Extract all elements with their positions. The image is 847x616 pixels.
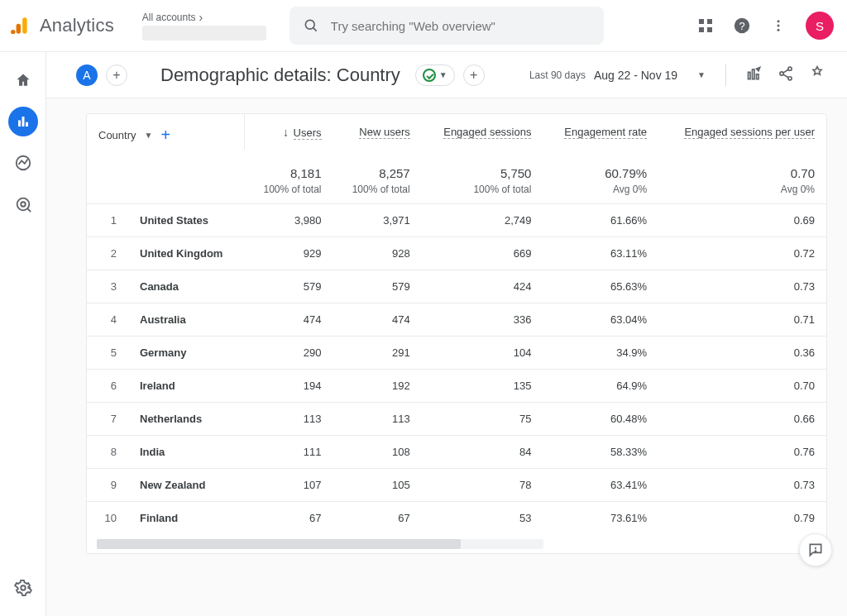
table-row[interactable]: 5Germany29029110434.9%0.36	[87, 337, 826, 370]
dimension-label: Country	[98, 129, 136, 141]
product-name: Analytics	[40, 15, 114, 36]
add-dimension-button[interactable]: +	[160, 126, 170, 145]
app-header: Analytics All accounts › ?	[0, 0, 847, 51]
account-picker-property	[142, 26, 266, 41]
table-row[interactable]: 9New Zealand1071057863.41%0.73	[87, 469, 826, 502]
account-picker-label: All accounts	[142, 12, 196, 23]
column-header-new-users[interactable]: New users	[333, 114, 422, 150]
column-header-engaged-sessions[interactable]: Engaged sessions	[422, 114, 543, 150]
row-metric: 73.61%	[543, 502, 658, 535]
row-index: 5	[87, 337, 128, 370]
segment-chip[interactable]: A	[76, 64, 98, 86]
search-input[interactable]	[329, 18, 591, 34]
chevron-down-icon: ▼	[145, 131, 153, 140]
table-row[interactable]: 2United Kingdom92992866963.11%0.72	[87, 237, 826, 270]
svg-rect-23	[753, 69, 755, 79]
row-index: 3	[87, 270, 128, 303]
share-icon[interactable]	[778, 65, 794, 84]
row-metric: 0.79	[658, 502, 826, 535]
svg-rect-0	[22, 17, 26, 34]
table-row[interactable]: 3Canada57957942465.63%0.73	[87, 270, 826, 303]
dimension-picker[interactable]: Country ▼ +	[98, 126, 232, 145]
product-logo[interactable]: Analytics	[10, 15, 114, 36]
table-row[interactable]: 7Netherlands1131137560.48%0.66	[87, 403, 826, 436]
left-nav: ›	[0, 52, 46, 616]
svg-point-19	[21, 202, 26, 207]
row-metric: 194	[244, 370, 333, 403]
svg-rect-5	[699, 19, 704, 24]
row-metric: 336	[422, 303, 543, 337]
table-horizontal-scrollbar[interactable]	[87, 535, 826, 553]
row-metric: 113	[333, 403, 422, 436]
row-country: Ireland	[128, 370, 244, 403]
segment-chip-letter: A	[83, 69, 90, 82]
account-picker[interactable]: All accounts ›	[142, 11, 275, 41]
svg-line-29	[783, 74, 789, 78]
data-table: Country ▼ + ↓ Users New users Engaged se…	[87, 114, 826, 535]
row-metric: 0.73	[658, 270, 826, 303]
row-metric: 111	[244, 436, 333, 469]
row-index: 7	[87, 403, 128, 436]
insights-icon[interactable]	[809, 65, 825, 84]
row-country: United Kingdom	[128, 237, 244, 270]
nav-reports[interactable]	[8, 107, 38, 136]
row-metric: 67	[333, 502, 422, 535]
svg-rect-16	[26, 122, 28, 127]
add-comparison-button[interactable]: +	[463, 64, 485, 86]
chevron-down-icon: ▼	[697, 70, 706, 79]
column-header-users[interactable]: ↓ Users	[244, 114, 333, 150]
row-metric: 60.48%	[543, 403, 658, 436]
row-metric: 107	[244, 469, 333, 502]
row-metric: 928	[333, 237, 422, 270]
table-row[interactable]: 6Ireland19419213564.9%0.70	[87, 370, 826, 403]
avatar-initial: S	[816, 19, 824, 33]
nav-admin[interactable]	[8, 573, 38, 603]
feedback-button[interactable]	[799, 533, 832, 566]
nav-explore[interactable]	[8, 148, 38, 178]
customize-report-icon[interactable]	[746, 65, 763, 84]
report-toolbar: A + Demographic details: Country ▼ + Las…	[46, 52, 847, 98]
row-metric: 105	[333, 469, 422, 502]
nav-home[interactable]	[8, 65, 38, 95]
row-index: 6	[87, 370, 128, 403]
report-status-dropdown[interactable]: ▼	[415, 64, 455, 86]
row-metric: 474	[244, 303, 333, 337]
row-metric: 0.69	[658, 204, 826, 237]
more-vert-icon[interactable]	[769, 17, 787, 35]
svg-rect-1	[17, 24, 21, 34]
totals-row: 8,181100% of total 8,257100% of total 5,…	[87, 150, 826, 204]
help-icon[interactable]: ?	[733, 17, 751, 35]
row-metric: 108	[333, 436, 422, 469]
user-avatar[interactable]: S	[806, 12, 834, 40]
search-bar[interactable]	[290, 7, 604, 45]
table-row[interactable]: 8India1111088458.33%0.76	[87, 436, 826, 469]
column-header-engagement-rate[interactable]: Engagement rate	[543, 114, 658, 150]
row-country: Finland	[128, 502, 244, 535]
row-metric: 104	[422, 337, 543, 370]
svg-point-11	[778, 20, 780, 22]
row-metric: 579	[333, 270, 422, 303]
data-table-card: Country ▼ + ↓ Users New users Engaged se…	[86, 113, 827, 554]
sort-desc-icon: ↓	[283, 126, 289, 139]
row-metric: 135	[422, 370, 543, 403]
apps-icon[interactable]	[696, 17, 715, 35]
row-index: 8	[87, 436, 128, 469]
check-circle-icon	[423, 69, 436, 82]
row-country: New Zealand	[128, 469, 244, 502]
add-segment-button[interactable]: +	[106, 64, 127, 86]
column-header-eng-sess-per-user[interactable]: Engaged sessions per user	[658, 114, 826, 150]
svg-rect-22	[749, 72, 751, 79]
svg-rect-7	[699, 27, 704, 32]
date-range-picker[interactable]: Last 90 days Aug 22 - Nov 19 ▼	[529, 69, 706, 82]
nav-advertising[interactable]	[8, 189, 38, 219]
svg-text:?: ?	[739, 20, 744, 32]
svg-point-2	[11, 30, 15, 34]
table-row[interactable]: 4Australia47447433663.04%0.71	[87, 303, 826, 337]
table-row[interactable]: 10Finland67675373.61%0.79	[87, 502, 826, 535]
row-country: Germany	[128, 337, 244, 370]
table-row[interactable]: 1United States3,9803,9712,74961.66%0.69	[87, 204, 826, 237]
row-index: 2	[87, 237, 128, 270]
divider	[725, 64, 726, 86]
svg-point-3	[305, 20, 314, 29]
row-metric: 291	[333, 337, 422, 370]
